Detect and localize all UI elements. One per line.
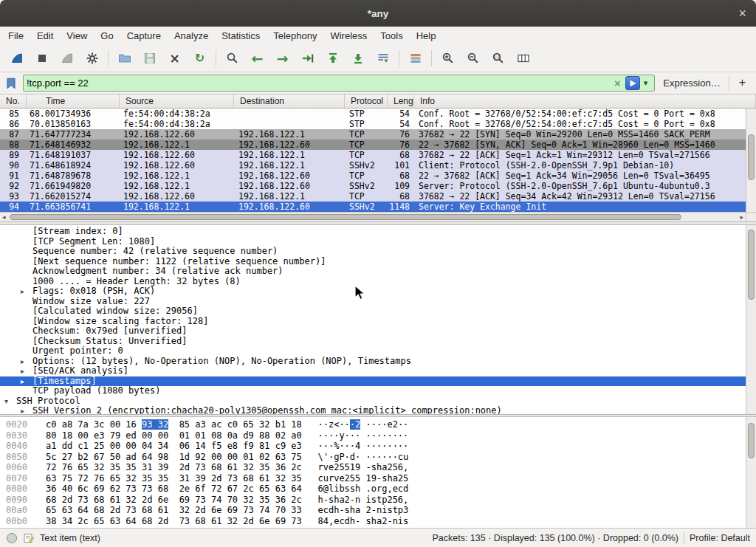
clear-filter-icon[interactable]: × [610,78,625,89]
detail-line[interactable]: ▸[SEQ/ACK analysis] [0,366,746,376]
detail-line[interactable]: 1000 .... = Header Length: 32 bytes (8) [0,277,746,287]
detail-line[interactable]: Acknowledgment number: 34 (relative ack … [0,266,746,277]
detail-line[interactable]: ▸Options: (12 bytes), No-Operation (NOP)… [0,357,746,367]
restart-capture-button[interactable] [55,47,79,69]
details-vscrollbar[interactable] [746,225,756,414]
zoom-original-button[interactable]: 1:1 [486,47,510,69]
expression-button[interactable]: Expression… [660,78,723,89]
menu-help[interactable]: Help [410,27,443,45]
column-header-destination[interactable]: Destination [234,94,345,108]
detail-line[interactable]: [Calculated window size: 29056] [0,306,746,317]
column-header-info[interactable]: Info [414,94,756,108]
add-filter-button[interactable]: + [735,76,752,91]
packet-row-87[interactable]: 8771.647777234192.168.122.60192.168.122.… [0,129,746,140]
expand-icon[interactable]: ▸ [21,406,32,414]
reload-file-button[interactable]: ↻ [188,47,212,69]
column-header-source[interactable]: Source [120,94,234,108]
detail-line[interactable]: [Stream index: 0] [0,227,746,237]
menu-edit[interactable]: Edit [30,27,60,45]
column-header-no[interactable]: No. [0,94,27,108]
hex-row[interactable]: 00a065 63 64 68 2d 73 68 61 32 2d 6e 69 … [0,505,746,516]
filter-bookmark-icon[interactable] [4,77,18,90]
packet-row-92[interactable]: 9271.661949820192.168.122.1192.168.122.6… [0,181,746,191]
go-back-button[interactable]: ← [245,47,269,69]
menu-telephony[interactable]: Telephony [267,27,323,45]
display-filter-input[interactable] [27,75,610,91]
packet-row-90[interactable]: 9071.648618924192.168.122.60192.168.122.… [0,160,746,171]
detail-line[interactable]: ▸[Timestamps] [0,376,746,387]
go-to-packet-button[interactable] [295,47,320,69]
menu-capture[interactable]: Capture [120,27,168,45]
packet-list-hscrollbar[interactable]: ◂ ▸ [0,212,746,221]
apply-filter-button[interactable] [625,76,640,90]
scrollbar-thumb[interactable] [748,230,755,300]
menu-go[interactable]: Go [94,27,120,45]
zoom-out-button[interactable] [461,47,485,69]
detail-line[interactable]: ▸Flags: 0x018 (PSH, ACK) [0,286,746,297]
detail-line[interactable]: [Checksum Status: Unverified] [0,337,746,347]
packet-row-86[interactable]: 8670.013850163fe:54:00:d4:38:2aSTP54Conf… [0,119,746,129]
bytes-vscrollbar[interactable] [746,417,756,528]
scrollbar-thumb[interactable] [748,423,755,458]
packet-row-93[interactable]: 9371.662015274192.168.122.60192.168.122.… [0,191,746,202]
detail-line[interactable]: ▸SSH Version 2 (encryption:chacha20-poly… [0,406,746,414]
hex-row[interactable]: 003080 18 00 e3 79 ed 00 00 01 01 08 0a … [0,430,746,441]
menu-wireless[interactable]: Wireless [323,27,374,45]
display-filter-field[interactable]: × ▾ [23,75,655,92]
scroll-right-icon[interactable]: ▸ [740,213,743,221]
zoom-in-button[interactable] [436,47,460,69]
menu-statistics[interactable]: Statistics [215,27,267,45]
detail-line[interactable]: ▾SSH Protocol [0,396,746,407]
capture-options-button[interactable] [80,47,104,69]
detail-line[interactable]: [Window size scaling factor: 128] [0,317,746,327]
packet-row-94[interactable]: 9471.663856741192.168.122.1192.168.122.6… [0,202,746,212]
hex-row[interactable]: 00b038 34 2c 65 63 64 68 2d 73 68 61 32 … [0,516,746,527]
title-bar[interactable]: *any × [0,0,756,27]
collapse-icon[interactable]: ▾ [4,396,16,407]
hex-row[interactable]: 0040a1 dd c1 25 00 00 04 34 06 14 f5 e8 … [0,441,746,452]
packet-row-91[interactable]: 9171.648789678192.168.122.1192.168.122.6… [0,171,746,181]
start-capture-button[interactable] [4,47,29,69]
detail-line[interactable]: Sequence number: 42 (relative sequence n… [0,247,746,257]
detail-line[interactable]: [Next sequence number: 1122 (relative se… [0,257,746,267]
open-file-button[interactable] [112,47,137,69]
resize-columns-button[interactable] [511,47,535,69]
column-header-protocol[interactable]: Protocol [345,94,388,108]
expand-icon[interactable]: ▸ [21,366,32,376]
packet-row-88[interactable]: 8871.648146932192.168.122.1192.168.122.6… [0,140,746,150]
menu-view[interactable]: View [60,27,94,45]
detail-line[interactable]: TCP payload (1080 bytes) [0,386,746,396]
menu-file[interactable]: File [1,27,30,45]
colorize-button[interactable] [403,47,427,69]
detail-line[interactable]: Window size value: 227 [0,297,746,307]
expand-icon[interactable]: ▸ [21,357,32,367]
detail-line[interactable]: Checksum: 0x79ed [unverified] [0,326,746,337]
scrollbar-thumb[interactable] [748,134,755,180]
column-header-time[interactable]: Time [27,94,120,108]
hex-row[interactable]: 00505c 27 b2 67 50 ad 64 98 1d 92 00 00 … [0,452,746,463]
menu-analyze[interactable]: Analyze [168,27,215,45]
expert-info-icon[interactable] [6,532,18,544]
find-packet-button[interactable] [220,47,244,69]
go-forward-button[interactable]: → [270,47,295,69]
capture-comment-icon[interactable] [23,532,35,544]
close-file-button[interactable]: × [162,47,187,69]
hex-row[interactable]: 009068 2d 73 68 61 32 2d 6e 69 73 74 70 … [0,495,746,506]
detail-line[interactable]: Urgent pointer: 0 [0,346,746,357]
last-packet-button[interactable] [346,47,370,69]
packet-row-89[interactable]: 8971.648191037192.168.122.60192.168.122.… [0,150,746,160]
auto-scroll-button[interactable] [371,47,395,69]
hex-row[interactable]: 006072 76 65 32 35 35 31 39 2d 73 68 61 … [0,462,746,473]
first-packet-button[interactable] [320,47,345,69]
scroll-left-icon[interactable]: ◂ [2,213,6,221]
profile-button[interactable]: Profile: Default [690,533,750,543]
filter-dropdown-icon[interactable]: ▾ [640,78,652,88]
hex-row[interactable]: 007063 75 72 76 65 32 35 35 31 39 2d 73 … [0,473,746,484]
packet-row-85[interactable]: 8568.001734936fe:54:00:d4:38:2aSTP54Conf… [0,109,746,119]
save-file-button[interactable] [137,47,162,69]
close-window-icon[interactable]: × [738,7,746,20]
expand-icon[interactable]: ▸ [21,376,32,387]
menu-tools[interactable]: Tools [374,27,409,45]
column-header-length[interactable]: Length [388,94,414,108]
scrollbar-thumb[interactable] [10,214,681,220]
